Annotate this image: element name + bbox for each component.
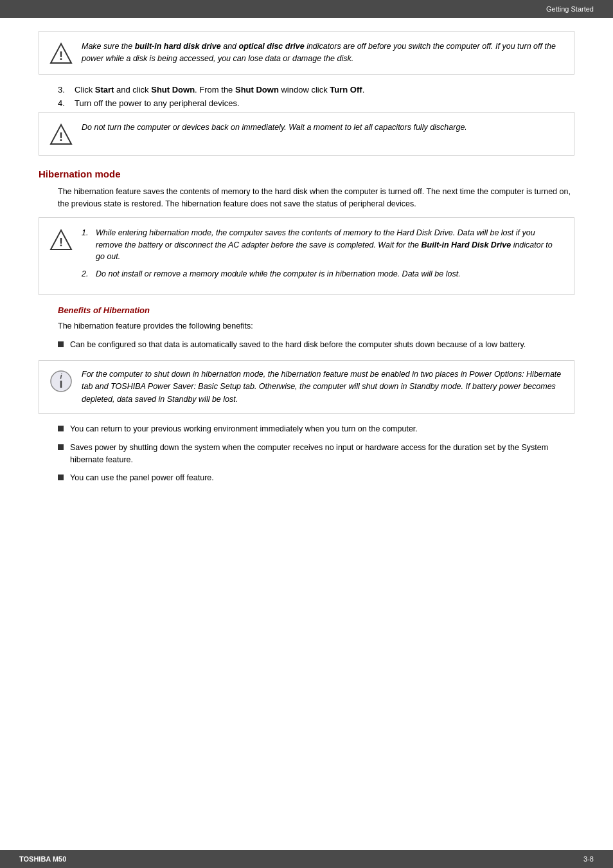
warning-box-3: ! 1. While entering hibernation mode, th… [39, 217, 574, 295]
info-box-text: For the computer to shut down in hiberna… [82, 368, 564, 406]
bullet-list-4: You can use the panel power off feature. [39, 472, 574, 484]
svg-text:!: ! [59, 236, 63, 249]
bullet-text-3: Saves power by shutting down the system … [70, 442, 574, 466]
bullet-item-2: You can return to your previous working … [58, 423, 574, 435]
step-4-num: 4. [58, 98, 69, 108]
warning-num-item-2: 2. Do not install or remove a memory mod… [82, 268, 564, 280]
step-4: 4. Turn off the power to any peripheral … [39, 98, 574, 108]
bullet-item-1: Can be configured so that data is automa… [58, 339, 574, 351]
page: Getting Started ! Make sure the built-in… [0, 0, 613, 868]
bullet-list-2: You can return to your previous working … [39, 423, 574, 435]
step-4-text: Turn off the power to any peripheral dev… [75, 98, 240, 108]
footer-right-text: 3-8 [583, 855, 594, 863]
bullet-square-4 [58, 475, 64, 480]
svg-text:!: ! [59, 131, 63, 143]
bullet-list-3: Saves power by shutting down the system … [39, 442, 574, 466]
bullet-text-2: You can return to your previous working … [70, 423, 418, 435]
warning-icon-3: ! [49, 228, 73, 251]
hibernation-body: The hibernation feature saves the conten… [39, 186, 574, 211]
info-box: i For the computer to shut down in hiber… [39, 360, 574, 414]
bullet-square-2 [58, 426, 64, 431]
header-text: Getting Started [546, 5, 594, 13]
warning-box-2: ! Do not turn the computer or devices ba… [39, 112, 574, 156]
info-icon: i [49, 370, 73, 393]
footer-bar: TOSHIBA M50 3-8 [0, 850, 613, 868]
benefits-heading: Benefits of Hibernation [58, 305, 574, 315]
step-3-num: 3. [58, 85, 69, 95]
warning-num-item-1: 1. While entering hibernation mode, the … [82, 227, 564, 263]
warning-1-text: Make sure the built-in hard disk drive a… [82, 41, 564, 65]
main-content: ! Make sure the built-in hard disk drive… [0, 18, 613, 516]
bullet-square-1 [58, 341, 64, 347]
warning-icon-2: ! [49, 123, 73, 146]
top-header-bar: Getting Started [0, 0, 613, 18]
bullet-item-4: You can use the panel power off feature. [58, 472, 574, 484]
warning-num-list: 1. While entering hibernation mode, the … [82, 227, 564, 285]
warning-icon-1: ! [49, 42, 73, 65]
bullet-list-1: Can be configured so that data is automa… [39, 339, 574, 351]
bullet-text-4: You can use the panel power off feature. [70, 472, 214, 484]
hibernation-heading: Hibernation mode [39, 168, 574, 179]
svg-text:!: ! [59, 50, 63, 62]
bullet-item-3: Saves power by shutting down the system … [58, 442, 574, 466]
bullet-text-1: Can be configured so that data is automa… [70, 339, 526, 351]
warning-2-text: Do not turn the computer or devices back… [82, 122, 467, 134]
warning-box-1: ! Make sure the built-in hard disk drive… [39, 31, 574, 75]
bullet-square-3 [58, 444, 64, 450]
benefits-intro: The hibernation feature provides the fol… [39, 320, 574, 332]
step-3: 3. Click Start and click Shut Down. From… [39, 85, 574, 95]
step-3-text: Click Start and click Shut Down. From th… [75, 85, 364, 95]
footer-left-text: TOSHIBA M50 [19, 855, 66, 863]
